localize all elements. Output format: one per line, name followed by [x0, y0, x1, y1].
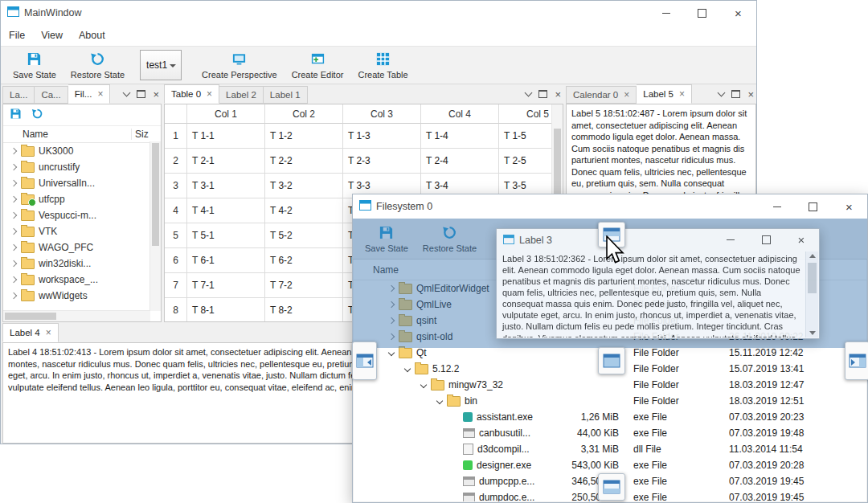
tree-item[interactable]: VTK	[3, 223, 161, 239]
maximize-button[interactable]	[748, 229, 784, 251]
table-cell[interactable]: T 3-1	[187, 174, 265, 198]
restore-state-icon[interactable]	[31, 108, 43, 123]
table-row-header[interactable]: 6	[165, 248, 187, 273]
table-row-header[interactable]: 7	[165, 273, 187, 298]
table-column-header[interactable]: Col 2	[265, 104, 343, 124]
close-button[interactable]: ×	[784, 229, 819, 251]
chevron-right-icon[interactable]	[8, 293, 19, 298]
table-row-header[interactable]: 3	[165, 174, 187, 198]
tab-menu-chevron-icon[interactable]	[719, 92, 724, 96]
tab-label1-truncated[interactable]: La...	[2, 86, 35, 104]
chevron-right-icon[interactable]	[8, 181, 19, 186]
tree-item[interactable]: WAGO_PFC	[3, 239, 161, 256]
label3-titlebar[interactable]: Label 3 ×	[497, 229, 819, 251]
table-cell[interactable]: T 8-2	[265, 298, 343, 321]
maximize-button[interactable]	[795, 194, 831, 219]
table-cell[interactable]: T 6-1	[187, 248, 265, 273]
tab-label5[interactable]: Label 5×	[637, 84, 692, 104]
table-row-header[interactable]: 1	[165, 124, 187, 149]
chevron-right-icon[interactable]	[8, 261, 19, 266]
tab-calendar0[interactable]: Calendar 0×	[566, 86, 637, 104]
tab-label4[interactable]: Label 4×	[2, 323, 59, 342]
restore-state-button[interactable]: Restore State	[63, 50, 132, 81]
vertical-scrollbar[interactable]	[805, 251, 818, 337]
horizontal-scrollbar[interactable]	[3, 310, 150, 321]
tab-filesystem-truncated[interactable]: Fil...×	[68, 84, 111, 104]
create-table-button[interactable]: Create Table	[350, 50, 415, 81]
menu-file[interactable]: File	[1, 25, 33, 46]
tab-table0[interactable]: Table 0×	[164, 84, 219, 104]
tab-close-icon[interactable]: ×	[624, 90, 629, 100]
table-row-header[interactable]: 8	[165, 298, 187, 321]
table-cell[interactable]: T 1-1	[187, 124, 265, 149]
dock-indicator-right[interactable]	[845, 341, 868, 380]
chevron-right-icon[interactable]	[8, 165, 19, 170]
table-cell[interactable]: T 2-3	[343, 149, 421, 174]
table-row-header[interactable]: 4	[165, 198, 187, 223]
tree-item[interactable]: win32diski...	[3, 256, 161, 272]
table-cell[interactable]: T 1-2	[265, 124, 343, 149]
table-cell[interactable]: T 4-2	[265, 198, 343, 223]
scrollbar-thumb[interactable]	[808, 263, 817, 293]
table-cell[interactable]: T 7-1	[187, 273, 265, 298]
scrollbar-thumb[interactable]	[5, 313, 56, 320]
chevron-down-icon[interactable]	[434, 399, 445, 403]
chevron-right-icon[interactable]	[8, 229, 19, 234]
menu-view[interactable]: View	[33, 25, 71, 46]
tab-label2[interactable]: Label 2	[219, 86, 264, 104]
perspective-dropdown[interactable]: test1	[140, 50, 182, 80]
table-column-header[interactable]: Col 5	[499, 104, 552, 124]
menu-about[interactable]: About	[71, 25, 113, 46]
tab-menu-chevron-icon[interactable]	[124, 92, 129, 96]
save-state-button[interactable]: Save State	[6, 50, 63, 81]
file-row[interactable]: designer.exe543,00 KiBexe File07.03.2019…	[354, 457, 866, 473]
chevron-right-icon[interactable]	[8, 213, 19, 218]
size-column-header[interactable]: Siz	[131, 129, 161, 140]
minimize-button[interactable]	[713, 229, 748, 251]
table-cell[interactable]: T 1-5	[499, 124, 552, 149]
tab-close-icon[interactable]: ×	[679, 89, 685, 99]
tree-item[interactable]: UK3000	[3, 143, 161, 159]
chevron-down-icon[interactable]	[418, 382, 429, 387]
minimize-button[interactable]	[759, 194, 795, 219]
tab-close-icon[interactable]: ×	[46, 328, 51, 337]
file-row[interactable]: mingw73_32File Folder18.03.2019 12:47	[354, 377, 866, 393]
close-dock-icon[interactable]: ×	[555, 89, 561, 100]
table-cell[interactable]: T 6-2	[265, 248, 343, 273]
chevron-right-icon[interactable]	[8, 277, 19, 282]
table-column-header[interactable]: Col 3	[343, 104, 421, 124]
table-cell[interactable]: T 1-3	[343, 124, 421, 149]
name-column-header[interactable]: Name	[3, 129, 131, 140]
dock-indicator-bottom[interactable]	[598, 473, 625, 501]
dock-indicator-center[interactable]	[598, 347, 625, 374]
maximize-button[interactable]	[684, 1, 720, 25]
file-row[interactable]: binFile Folder18.03.2019 12:51	[354, 393, 866, 409]
table-cell[interactable]: T 3-2	[265, 174, 343, 198]
filesystem-titlebar[interactable]: Filesystem 0 ×	[353, 194, 867, 219]
table-column-header[interactable]: Col 4	[421, 104, 499, 124]
chevron-down-icon[interactable]	[402, 366, 413, 371]
table-cell[interactable]: T 7-2	[265, 273, 343, 298]
close-dock-icon[interactable]: ×	[747, 89, 754, 100]
tree-item[interactable]: utfcpp	[3, 191, 161, 207]
table-cell[interactable]: T 2-5	[499, 149, 552, 174]
chevron-right-icon[interactable]	[8, 197, 19, 202]
create-editor-button[interactable]: Create Editor	[285, 50, 351, 81]
tree-item[interactable]: workspace_...	[3, 272, 161, 288]
tree-item[interactable]: uncrustify	[3, 159, 161, 175]
main-titlebar[interactable]: MainWindow ×	[1, 1, 756, 25]
table-column-header[interactable]: Col 1	[187, 104, 265, 124]
table-cell[interactable]: T 5-1	[187, 223, 265, 248]
save-state-icon[interactable]	[10, 108, 22, 123]
float-dock-icon[interactable]	[538, 90, 547, 98]
tab-close-icon[interactable]: ×	[207, 89, 212, 99]
file-row[interactable]: assistant.exe1,26 MiBexe File07.03.2019 …	[354, 409, 866, 425]
chevron-right-icon[interactable]	[8, 149, 19, 153]
table-row-header[interactable]: 5	[165, 223, 187, 248]
table-cell[interactable]: T 2-2	[265, 149, 343, 174]
close-button[interactable]: ×	[720, 1, 756, 25]
tab-calendar-truncated[interactable]: Ca...	[35, 86, 68, 104]
table-row-header[interactable]: 2	[165, 149, 187, 174]
table-cell[interactable]: T 1-4	[421, 124, 499, 149]
table-cell[interactable]: T 2-1	[187, 149, 265, 174]
